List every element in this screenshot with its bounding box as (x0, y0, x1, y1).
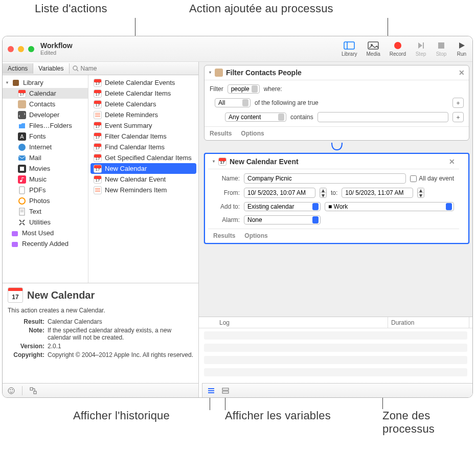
connector (327, 143, 347, 151)
log-row (204, 356, 467, 364)
contains-input[interactable] (318, 112, 448, 122)
record-button[interactable]: Record (390, 41, 406, 57)
svg-rect-14 (18, 155, 26, 161)
to-stepper[interactable]: ▴▾ (417, 188, 424, 198)
smiley-icon[interactable] (7, 386, 16, 395)
options-tab[interactable]: Options (244, 232, 267, 239)
from-stepper[interactable]: ▴▾ (320, 188, 327, 198)
run-button[interactable]: Run (456, 41, 467, 57)
search-field[interactable] (70, 65, 199, 72)
library-recently-added[interactable]: Recently Added (3, 238, 88, 249)
log-row (204, 331, 467, 340)
svg-point-4 (394, 42, 401, 49)
svg-rect-10 (18, 111, 26, 119)
action-list-item[interactable]: 17Filter Calendar Items (88, 131, 198, 142)
addto-select[interactable]: Existing calendar (244, 202, 321, 211)
add-rule-button[interactable]: ＋ (452, 98, 464, 108)
options-tab[interactable]: Options (241, 130, 264, 137)
action-list-item[interactable]: 17Delete Calendars (88, 99, 198, 109)
action-list-item[interactable]: 17New Calendar Event (88, 174, 198, 185)
sidebar-tabs: Actions Variables (3, 62, 198, 75)
variables-icon[interactable] (221, 386, 230, 395)
action-list-item[interactable]: New Reminders Item (88, 185, 198, 195)
add-condition-button[interactable]: ＋ (452, 112, 464, 122)
library-item-photos[interactable]: Photos (3, 195, 88, 206)
annotation-workflow-zone: Zone desprocessus (382, 409, 435, 436)
titlebar: Workflow Edited Library Media Record Ste… (3, 36, 472, 62)
from-input[interactable] (244, 188, 315, 198)
tab-variables[interactable]: Variables (33, 63, 69, 74)
media-button[interactable]: Media (367, 41, 380, 57)
library-item-fonts[interactable]: AFonts (3, 131, 88, 142)
svg-rect-30 (34, 391, 36, 394)
library-item-calendar[interactable]: 17Calendar (3, 88, 88, 99)
action-list-item[interactable]: 17Event Summary (88, 120, 198, 131)
close-icon[interactable]: ✕ (459, 69, 465, 77)
action-list[interactable]: 17Delete Calendar Events17Delete Calenda… (88, 75, 198, 283)
filter-people-select[interactable]: people (228, 84, 260, 94)
event-name-input[interactable] (244, 173, 406, 184)
action-list-item[interactable]: 17Get Specified Calendar Items (88, 152, 198, 163)
library-tree[interactable]: Library 17Calendar Contacts Developer Fi… (3, 75, 88, 283)
library-item-music[interactable]: Music (3, 174, 88, 185)
workflow-area[interactable]: Filter Contacts People ✕ Filter people w… (199, 62, 472, 317)
svg-point-13 (18, 144, 26, 151)
results-tab[interactable]: Results (210, 130, 232, 137)
action-new-calendar-event[interactable]: 17 New Calendar Event ✕ Name: All day ev… (204, 153, 469, 244)
library-item-files[interactable]: Files…Folders (3, 120, 88, 131)
all-select[interactable]: All (215, 98, 251, 107)
svg-point-26 (8, 388, 14, 394)
library-item-developer[interactable]: Developer (3, 109, 88, 120)
annotation-show-history: Afficher l'historique (73, 409, 170, 422)
action-list-item[interactable]: 17New Calendar (90, 163, 196, 174)
log-row (204, 344, 467, 352)
svg-point-18 (20, 180, 22, 182)
to-input[interactable] (342, 188, 413, 198)
library-most-used[interactable]: Most Used (3, 228, 88, 238)
library-item-text[interactable]: Text (3, 206, 88, 217)
library-item-internet[interactable]: Internet (3, 142, 88, 152)
library-item-movies[interactable]: Movies (3, 163, 88, 174)
svg-point-20 (19, 198, 25, 204)
svg-rect-19 (19, 187, 25, 194)
results-tab[interactable]: Results (213, 232, 235, 239)
anycontent-select[interactable]: Any content (225, 113, 286, 122)
log-header-duration[interactable]: Duration (388, 317, 469, 328)
library-button[interactable]: Library (342, 41, 357, 57)
library-item-pdfs[interactable]: PDFs (3, 185, 88, 195)
stop-button[interactable]: Stop (436, 41, 447, 57)
action-list-item[interactable]: Delete Reminders (88, 109, 198, 120)
svg-rect-0 (344, 42, 354, 49)
contacts-icon (215, 69, 223, 77)
svg-rect-5 (423, 42, 424, 49)
tab-actions[interactable]: Actions (3, 63, 33, 74)
workflow-icon[interactable] (29, 386, 38, 395)
library-item-mail[interactable]: Mail (3, 152, 88, 163)
fullscreen-button[interactable] (28, 46, 34, 52)
work-calendar-select[interactable]: ■ Work (325, 202, 454, 211)
svg-point-27 (10, 389, 11, 390)
action-filter-contacts[interactable]: Filter Contacts People ✕ Filter people w… (204, 65, 469, 141)
history-icon[interactable] (207, 386, 216, 395)
svg-point-7 (73, 66, 77, 70)
close-button[interactable] (8, 46, 14, 52)
right-footer (202, 383, 473, 397)
action-list-item[interactable]: 17Delete Calendar Events (88, 77, 198, 88)
step-button[interactable]: Step (415, 41, 426, 57)
svg-rect-35 (222, 391, 229, 393)
action-list-item[interactable]: 17Delete Calendar Items (88, 88, 198, 99)
log-header-log[interactable]: Log (199, 317, 388, 328)
annotation-action-list: Liste d'actions (35, 2, 107, 15)
close-icon[interactable]: ✕ (449, 158, 455, 166)
automator-window: Workflow Edited Library Media Record Ste… (2, 36, 473, 398)
window-subtitle: Edited (40, 50, 73, 56)
search-input[interactable] (81, 65, 196, 72)
library-item-utilities[interactable]: Utilities (3, 217, 88, 228)
action-list-item[interactable]: 17Find Calendar Items (88, 142, 198, 152)
svg-rect-6 (438, 42, 444, 49)
library-root[interactable]: Library (3, 77, 88, 88)
library-item-contacts[interactable]: Contacts (3, 99, 88, 109)
alarm-select[interactable]: None (244, 215, 321, 224)
minimize-button[interactable] (18, 46, 24, 52)
allday-checkbox[interactable] (410, 175, 417, 182)
